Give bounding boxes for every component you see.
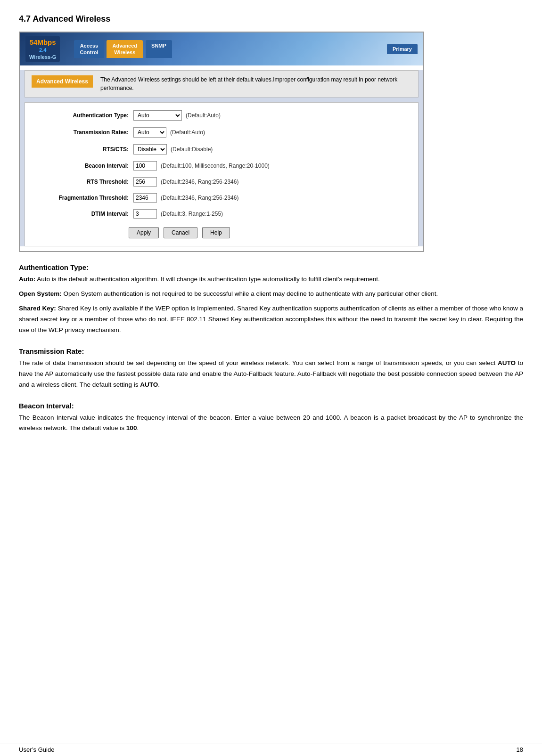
label-auth-type: Authentication Type:: [34, 112, 129, 119]
input-dtim[interactable]: [133, 209, 157, 219]
form-row-rts-threshold: RTS Threshold: (Default:2346, Rang:256-2…: [34, 177, 409, 187]
footer-right: 18: [517, 746, 523, 753]
desc-tx-rate-section: Transmission Rate: The rate of data tran…: [19, 347, 523, 390]
router-panel: 54Mbps 2.4 Wireless-G AccessControl Adva…: [19, 32, 424, 252]
page-title: 4.7 Advanced Wireless: [19, 14, 523, 24]
form-row-tx-rates: Transmission Rates: Auto 1 Mbps 2 Mbps (…: [34, 127, 409, 138]
select-auth-type[interactable]: Auto Open System Shared Key: [133, 110, 182, 121]
input-beacon[interactable]: [133, 161, 157, 171]
desc-auth-type-section: Authentication Type: Auto: Auto is the d…: [19, 263, 523, 336]
form-row-beacon: Beacon Interval: (Default:100, Milliseco…: [34, 161, 409, 171]
input-frag-threshold[interactable]: [133, 193, 157, 203]
tab-snmp[interactable]: SNMP: [146, 40, 172, 58]
desc-auth-shared: Shared Key: Shared Key is only available…: [19, 303, 523, 336]
label-frag-threshold: Fragmentation Threshold:: [34, 195, 129, 201]
nav-tabs: AccessControl AdvancedWireless SNMP: [74, 40, 172, 58]
hint-beacon: (Default:100, Milliseconds, Range:20-100…: [161, 163, 270, 169]
form-row-auth-type: Authentication Type: Auto Open System Sh…: [34, 110, 409, 121]
desc-beacon-body: The Beacon Interval value indicates the …: [19, 413, 523, 434]
control-tx-rates: Auto 1 Mbps 2 Mbps (Default:Auto): [133, 127, 205, 138]
form-row-frag-threshold: Fragmentation Threshold: (Default:2346, …: [34, 193, 409, 203]
hint-frag-threshold: (Default:2346, Rang:256-2346): [161, 195, 238, 201]
logo-box: 54Mbps 2.4 Wireless-G: [25, 36, 60, 62]
settings-area: Authentication Type: Auto Open System Sh…: [25, 102, 419, 246]
label-rts-cts: RTS/CTS:: [34, 146, 129, 153]
control-rts-cts: Disable Enable (Default:Disable): [133, 144, 213, 154]
label-dtim: DTIM Interval:: [34, 211, 129, 217]
apply-button[interactable]: Apply: [129, 227, 159, 238]
control-rts-threshold: (Default:2346, Rang:256-2346): [133, 177, 238, 187]
logo-brand: Wireless-G: [29, 54, 56, 60]
desc-auth-auto: Auto: Auto is the default authentication…: [19, 274, 523, 285]
label-beacon: Beacon Interval:: [34, 163, 129, 169]
desc-auth-type-title: Authentication Type:: [19, 263, 523, 271]
hint-rts-cts: (Default:Disable): [171, 146, 213, 153]
desc-tx-rate-title: Transmission Rate:: [19, 347, 523, 355]
desc-tx-rate-body: The rate of data transmission should be …: [19, 358, 523, 390]
desc-auth-open: Open System: Open System authentication …: [19, 289, 523, 300]
nav-right-primary[interactable]: Primary: [387, 44, 418, 54]
control-auth-type: Auto Open System Shared Key (Default:Aut…: [133, 110, 221, 121]
control-beacon: (Default:100, Milliseconds, Range:20-100…: [133, 161, 270, 171]
label-tx-rates: Transmission Rates:: [34, 129, 129, 136]
form-row-rts-cts: RTS/CTS: Disable Enable (Default:Disable…: [34, 144, 409, 154]
form-row-dtim: DTIM Interval: (Default:3, Range:1-255): [34, 209, 409, 219]
control-frag-threshold: (Default:2346, Rang:256-2346): [133, 193, 238, 203]
router-header: 54Mbps 2.4 Wireless-G AccessControl Adva…: [20, 33, 423, 65]
info-bar-label: Advanced Wireless: [32, 75, 93, 88]
tab-access-control[interactable]: AccessControl: [74, 40, 104, 58]
desc-beacon-title: Beacon Interval:: [19, 402, 523, 410]
footer-bar: User’s Guide 18: [0, 743, 542, 756]
logo-ghz: 2.4: [29, 47, 56, 53]
control-dtim: (Default:3, Range:1-255): [133, 209, 223, 219]
desc-beacon-section: Beacon Interval: The Beacon Interval val…: [19, 402, 523, 434]
input-rts-threshold[interactable]: [133, 177, 157, 187]
select-tx-rates[interactable]: Auto 1 Mbps 2 Mbps: [133, 127, 166, 138]
hint-dtim: (Default:3, Range:1-255): [161, 211, 223, 217]
hint-tx-rates: (Default:Auto): [170, 129, 205, 136]
select-rts-cts[interactable]: Disable Enable: [133, 144, 167, 154]
footer-left: User’s Guide: [19, 746, 54, 753]
button-row: Apply Canael Help: [34, 227, 409, 238]
hint-rts-threshold: (Default:2346, Rang:256-2346): [161, 179, 238, 185]
router-body: Advanced Wireless The Advanced Wireless …: [20, 70, 423, 246]
help-button[interactable]: Help: [202, 227, 230, 238]
info-bar: Advanced Wireless The Advanced Wireless …: [25, 70, 419, 98]
hint-auth-type: (Default:Auto): [186, 112, 221, 119]
label-rts-threshold: RTS Threshold:: [34, 179, 129, 185]
cancel-button[interactable]: Canael: [164, 227, 197, 238]
tab-advanced-wireless[interactable]: AdvancedWireless: [107, 40, 143, 58]
info-bar-text: The Advanced Wireless settings should be…: [100, 75, 411, 92]
logo-area: 54Mbps 2.4 Wireless-G: [25, 36, 60, 62]
logo-mbps: 54Mbps: [29, 38, 56, 47]
